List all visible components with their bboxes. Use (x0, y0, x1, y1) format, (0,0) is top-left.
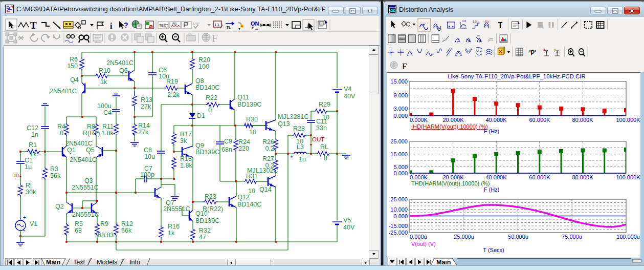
svg-text:0.2: 0.2 (265, 145, 274, 152)
svg-text:10: 10 (296, 138, 303, 145)
svg-text:8: 8 (324, 155, 327, 162)
svg-text:Models: Models (97, 259, 117, 266)
svg-text:Q2: Q2 (55, 203, 64, 210)
svg-text:68n: 68n (221, 146, 232, 153)
svg-text:VIP: VIP (193, 22, 200, 26)
svg-text:R6: R6 (70, 56, 78, 63)
svg-text:2N5401C: 2N5401C (65, 140, 93, 147)
svg-text:68: 68 (75, 227, 82, 234)
svg-text:15.000: 15.000 (390, 151, 408, 157)
svg-text:C9: C9 (224, 138, 232, 145)
svg-text:3.000: 3.000 (393, 106, 408, 112)
svg-text:+: + (23, 215, 26, 220)
svg-text:2N5551C: 2N5551C (72, 184, 99, 191)
svg-text:150: 150 (67, 63, 78, 70)
svg-text:i: i (110, 22, 113, 30)
svg-text:V5: V5 (343, 217, 351, 224)
svg-text:10u: 10u (144, 153, 155, 160)
svg-text:100u: 100u (97, 102, 112, 110)
svg-text:IHD(HARM(V(out)),10000) (%): IHD(HARM(V(out)),10000) (%) (411, 123, 488, 130)
svg-text:2.2k: 2.2k (167, 91, 180, 98)
svg-text:R11: R11 (102, 123, 114, 130)
svg-text:RL: RL (320, 143, 328, 151)
svg-text:50.000u: 50.000u (508, 234, 528, 240)
svg-text:F: F (402, 61, 407, 71)
svg-text:R24: R24 (238, 138, 250, 146)
svg-text:10.000: 10.000 (390, 206, 408, 213)
svg-text:47: 47 (199, 234, 206, 241)
svg-text:10: 10 (322, 114, 329, 121)
svg-text:56k: 56k (121, 227, 132, 234)
svg-text:OUT: OUT (312, 136, 324, 142)
svg-text:MJL3281C: MJL3281C (278, 113, 308, 120)
svg-text:0.2: 0.2 (265, 162, 274, 169)
svg-text:2N5401C: 2N5401C (106, 59, 134, 67)
svg-text:Q13: Q13 (278, 120, 290, 128)
svg-text:THD(HARM(V(out)),10000) (%): THD(HARM(V(out)),10000) (%) (411, 180, 490, 186)
svg-text:Main: Main (436, 259, 451, 266)
svg-text:Text: Text (73, 259, 85, 266)
svg-text:5.000: 5.000 (393, 164, 408, 170)
svg-text:R26: R26 (262, 138, 274, 146)
svg-text:100.000K: 100.000K (616, 117, 640, 123)
svg-text:-25.000: -25.000 (389, 230, 408, 236)
svg-text:R1: R1 (172, 22, 177, 26)
svg-text:in: in (14, 172, 19, 178)
svg-text:1.0: 1.0 (473, 20, 476, 23)
svg-text:Q14: Q14 (259, 186, 272, 193)
svg-text:−: − (23, 227, 26, 233)
svg-text:V4: V4 (344, 86, 351, 93)
svg-text:20.000K: 20.000K (443, 117, 464, 123)
svg-text:Q8: Q8 (195, 77, 204, 85)
svg-text:F (Hz): F (Hz) (484, 128, 500, 134)
svg-text:y: y (554, 47, 556, 52)
svg-text:40V: 40V (343, 224, 355, 231)
svg-text:R20: R20 (198, 56, 210, 64)
svg-text:27k: 27k (138, 129, 149, 136)
svg-text:Q12: Q12 (237, 194, 250, 201)
svg-text:R(R4): R(R4) (83, 130, 100, 137)
svg-text:C8: C8 (144, 147, 152, 154)
svg-text:100.000K: 100.000K (616, 174, 640, 180)
svg-text:60.000K: 60.000K (529, 174, 551, 180)
svg-text:BD140C: BD140C (237, 201, 261, 208)
svg-text:0.000K: 0.000K (410, 117, 428, 123)
svg-text:TEXT: TEXT (159, 24, 169, 27)
svg-text:R19: R19 (166, 78, 178, 85)
svg-text:-15.000: -15.000 (389, 223, 408, 229)
svg-text:V1: V1 (30, 220, 37, 227)
svg-text:10: 10 (248, 188, 255, 195)
svg-text:D1: D1 (197, 112, 205, 119)
svg-text:F (Hz): F (Hz) (484, 186, 500, 193)
svg-text:1.8k: 1.8k (180, 162, 192, 169)
svg-text:ON: ON (251, 20, 259, 27)
svg-text:20.000K: 20.000K (443, 174, 464, 180)
svg-text:0: 0 (208, 107, 212, 114)
svg-text:Q1: Q1 (67, 147, 76, 154)
svg-text:Q4: Q4 (70, 76, 79, 84)
svg-text:Info: Info (129, 259, 140, 266)
svg-text:75.000u: 75.000u (562, 234, 582, 240)
svg-text:R3: R3 (50, 165, 58, 173)
svg-text:1k: 1k (168, 230, 175, 237)
svg-text:13: 13 (214, 23, 219, 27)
svg-text:40V: 40V (344, 93, 356, 100)
svg-text:T (Secs): T (Secs) (483, 247, 504, 253)
svg-text:V(out) (V): V(out) (V) (411, 241, 436, 247)
svg-text:100: 100 (198, 63, 209, 70)
svg-text:33n: 33n (316, 124, 327, 132)
svg-text:BD140C: BD140C (195, 84, 219, 91)
svg-text:68.83: 68.83 (98, 232, 114, 239)
svg-text:80.000K: 80.000K (572, 174, 594, 180)
svg-text:1u: 1u (299, 156, 306, 163)
svg-text:25.000u: 25.000u (454, 234, 474, 240)
svg-text:+: + (291, 154, 293, 159)
svg-text:0.000: 0.000 (393, 113, 408, 119)
svg-text:9.000: 9.000 (393, 92, 408, 98)
svg-text:BD139C: BD139C (195, 217, 219, 224)
svg-text:25.000: 25.000 (390, 138, 408, 144)
svg-text:2N5401C: 2N5401C (50, 88, 77, 95)
svg-text:1.0: 1.0 (462, 19, 465, 23)
svg-text:T: T (30, 20, 37, 31)
svg-text:25.000: 25.000 (390, 196, 408, 202)
